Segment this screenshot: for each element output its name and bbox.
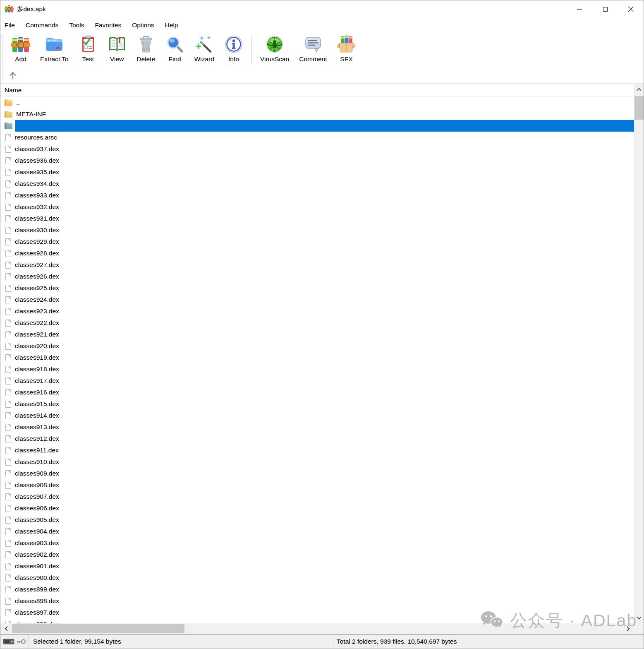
file-row[interactable]: classes929.dex — [0, 236, 634, 248]
file-row[interactable]: classes930.dex — [0, 224, 634, 236]
file-row[interactable]: classes905.dex — [0, 514, 634, 526]
file-icon — [5, 517, 11, 524]
file-row[interactable]: - — [0, 120, 634, 132]
wizard-button[interactable]: Wizard — [189, 34, 219, 63]
menu-commands[interactable]: Commands — [20, 22, 64, 29]
file-name: classes933.dex — [15, 192, 59, 199]
file-row[interactable]: classes927.dex — [0, 259, 634, 271]
file-row[interactable]: classes914.dex — [0, 410, 634, 421]
close-button[interactable] — [618, 0, 644, 18]
file-row[interactable]: classes913.dex — [0, 421, 634, 433]
file-row[interactable]: classes919.dex — [0, 352, 634, 363]
scroll-down-button[interactable] — [634, 613, 644, 623]
vertical-scrollbar[interactable] — [634, 84, 644, 623]
file-row[interactable]: classes911.dex — [0, 445, 634, 456]
file-row[interactable]: classes922.dex — [0, 317, 634, 329]
file-row[interactable]: classes906.dex — [0, 502, 634, 514]
vertical-scroll-thumb[interactable] — [634, 96, 644, 120]
file-row[interactable]: classes928.dex — [0, 248, 634, 259]
file-row[interactable]: classes915.dex — [0, 398, 634, 410]
file-name: classes927.dex — [15, 261, 59, 269]
view-button[interactable]: View — [103, 34, 132, 63]
file-row[interactable]: classes916.dex — [0, 387, 634, 398]
minimize-button[interactable] — [567, 0, 592, 18]
file-row[interactable]: classes934.dex — [0, 178, 634, 190]
file-row[interactable]: classes937.dex — [0, 143, 634, 155]
file-row[interactable]: classes923.dex — [0, 305, 634, 317]
file-row[interactable]: classes926.dex — [0, 271, 634, 282]
column-header-name[interactable]: Name — [0, 84, 634, 97]
horizontal-scrollbar[interactable] — [0, 623, 634, 634]
file-name: classes910.dex — [15, 458, 59, 466]
file-icon — [5, 540, 11, 547]
file-row[interactable]: classes925.dex — [0, 282, 634, 294]
find-button[interactable]: Find — [160, 34, 189, 63]
file-name: classes915.dex — [15, 400, 59, 408]
file-row[interactable]: classes907.dex — [0, 491, 634, 502]
menu-tools[interactable]: Tools — [64, 22, 89, 29]
file-name: classes900.dex — [15, 574, 59, 582]
file-row[interactable]: META-INF — [0, 108, 634, 120]
horizontal-scrollbar-row — [0, 623, 644, 634]
file-row[interactable]: .. — [0, 97, 634, 108]
add-button[interactable]: Add — [6, 34, 35, 63]
file-name: classes937.dex — [15, 145, 59, 153]
file-row[interactable]: classes918.dex — [0, 363, 634, 375]
file-icon — [5, 563, 11, 570]
file-row[interactable]: classes908.dex — [0, 479, 634, 491]
key-icon[interactable] — [16, 639, 26, 644]
file-name: classes925.dex — [15, 284, 59, 292]
menu-options[interactable]: Options — [127, 22, 159, 29]
file-row[interactable]: classes909.dex — [0, 468, 634, 479]
file-row[interactable]: classes935.dex — [0, 166, 634, 178]
chevron-right-icon — [627, 626, 630, 631]
file-row[interactable]: classes901.dex — [0, 560, 634, 572]
file-row[interactable]: classes917.dex — [0, 375, 634, 387]
file-row[interactable]: classes912.dex — [0, 433, 634, 445]
virusscan-button[interactable]: VirusScan — [255, 34, 294, 63]
scroll-right-button[interactable] — [622, 623, 634, 634]
up-arrow-icon — [8, 70, 18, 80]
file-row[interactable]: classes899.dex — [0, 584, 634, 595]
drive-icon[interactable] — [3, 639, 14, 644]
file-row[interactable]: classes910.dex — [0, 456, 634, 468]
file-row[interactable]: classes920.dex — [0, 340, 634, 352]
file-row[interactable]: classes904.dex — [0, 526, 634, 537]
comment-button[interactable]: Comment — [294, 34, 332, 63]
sfx-button[interactable]: SFX — [332, 34, 361, 63]
info-button[interactable]: Info — [219, 34, 248, 63]
file-row[interactable]: classes900.dex — [0, 572, 634, 584]
file-row[interactable]: classes931.dex — [0, 213, 634, 224]
up-directory-button[interactable] — [6, 69, 19, 82]
file-row[interactable]: classes897.dex — [0, 607, 634, 618]
chevron-down-icon — [637, 616, 642, 620]
maximize-button[interactable] — [592, 0, 618, 18]
extract-to-button[interactable]: Extract To — [35, 34, 74, 63]
file-row[interactable]: classes932.dex — [0, 201, 634, 213]
file-row[interactable]: classes898.dex — [0, 595, 634, 607]
menu-help[interactable]: Help — [160, 22, 184, 29]
menu-favorites[interactable]: Favorites — [89, 22, 127, 29]
file-list-region: Name .. META-INF - resources.arsc classe… — [0, 84, 644, 623]
scroll-up-button[interactable] — [634, 84, 644, 95]
file-row[interactable]: classes936.dex — [0, 155, 634, 166]
file-name: classes902.dex — [15, 551, 59, 558]
file-icon — [5, 377, 11, 385]
extract-folder-icon — [45, 35, 64, 54]
file-row[interactable]: classes921.dex — [0, 329, 634, 340]
sfx-label: SFX — [340, 55, 352, 63]
file-row[interactable]: classes903.dex — [0, 537, 634, 549]
file-icon — [5, 401, 11, 408]
horizontal-scroll-thumb[interactable] — [12, 624, 184, 633]
scroll-left-button[interactable] — [0, 623, 12, 634]
file-row[interactable]: resources.arsc — [0, 132, 634, 143]
info-circle-icon — [224, 35, 243, 54]
file-row[interactable]: classes933.dex — [0, 190, 634, 201]
delete-button[interactable]: Delete — [132, 34, 160, 63]
menu-file[interactable]: File — [0, 22, 20, 29]
file-row[interactable]: classes896.dex — [0, 618, 634, 623]
file-row[interactable]: classes902.dex — [0, 549, 634, 560]
test-button[interactable]: Test — [74, 34, 103, 63]
file-row[interactable]: classes924.dex — [0, 294, 634, 305]
minimize-icon — [577, 9, 582, 10]
